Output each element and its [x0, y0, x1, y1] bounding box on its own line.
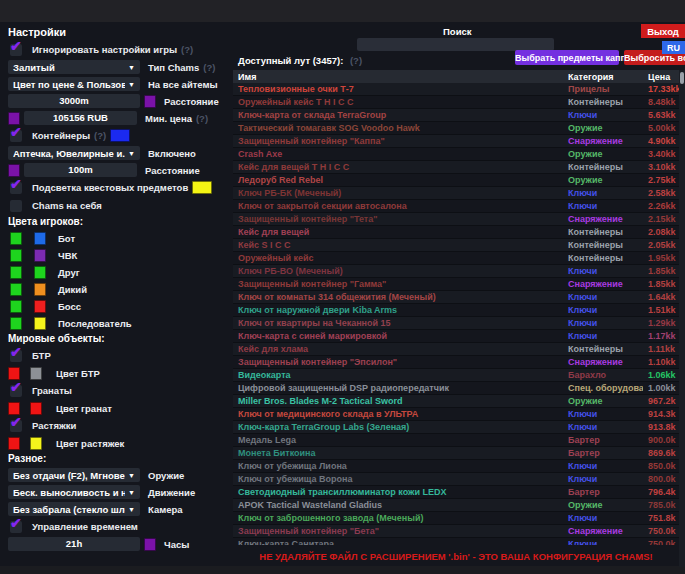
ignore-game-settings-label: Игнорировать настройки игры — [32, 44, 177, 55]
visible-color-swatch[interactable] — [10, 232, 22, 245]
table-row[interactable]: Кейс для вещейКонтейнеры2.08kk — [233, 226, 679, 239]
hours-color-swatch[interactable] — [144, 538, 156, 551]
table-row[interactable]: Кейс для хламаКонтейнеры1.11kk — [233, 343, 679, 356]
table-row[interactable]: Оружейный кейсКонтейнеры1.95kk — [233, 252, 679, 265]
containers-color-swatch[interactable] — [110, 129, 130, 142]
table-row[interactable]: Монета БиткоинаБартер869.6k — [233, 447, 679, 460]
table-row[interactable]: Защищенный контейнер "Каппа"Снаряжение4.… — [233, 135, 679, 148]
player-color-swatch[interactable] — [34, 283, 46, 296]
tripwires-checkbox[interactable] — [10, 420, 22, 432]
table-row[interactable]: Защищенный контейнер "Эпсилон"Снаряжение… — [233, 356, 679, 369]
table-row[interactable]: Ключ от убежища ЛионаКлючи850.0k — [233, 460, 679, 473]
item-price: 900.0k — [643, 435, 679, 445]
scrollbar-thumb[interactable] — [680, 72, 684, 84]
table-row[interactable]: ВидеокартаБарахло1.06kk — [233, 369, 679, 382]
table-row[interactable]: Ледоруб Red RebelОружие2.75kk — [233, 174, 679, 187]
movement-dropdown[interactable]: Беск. выносливость и нет уста ▼ — [8, 485, 140, 499]
table-row[interactable]: Ключ от медицинского склада в УЛЬТРАКлюч… — [233, 408, 679, 421]
config-warning: НЕ УДАЛЯЙТЕ ФАЙЛ С РАСШИРЕНИЕМ '.bin' - … — [233, 551, 679, 562]
item-name: Защищенный контейнер "Тета" — [233, 214, 563, 224]
time-control-checkbox[interactable] — [10, 521, 22, 533]
item-name: Кейс для вещей — [233, 227, 563, 237]
item-price: 2.05kk — [643, 240, 679, 250]
select-kappa-items-button[interactable]: Выбрать предметы каппа — [515, 50, 619, 65]
all-items-dropdown[interactable]: Цвет по цене & Пользователь ▼ — [8, 77, 140, 91]
table-row[interactable]: Ключ-карта от склада TerraGroupКлючи5.63… — [233, 109, 679, 122]
player-color-swatch[interactable] — [34, 232, 46, 245]
player-color-swatch[interactable] — [34, 249, 46, 262]
table-row[interactable]: Кейс S I C CКонтейнеры2.05kk — [233, 239, 679, 252]
player-color-swatch[interactable] — [34, 300, 46, 313]
table-row[interactable]: Светодиодный трансиллюминатор кожи LEDXБ… — [233, 486, 679, 499]
player-colors-title: Цвета игроков: — [8, 216, 234, 231]
item-category: Контейнеры — [563, 227, 643, 237]
camera-dropdown[interactable]: Без забрала (стекло шлема) ▼ — [8, 502, 140, 516]
table-row[interactable]: Кейс для вещей Т Н I С СКонтейнеры3.10kk — [233, 161, 679, 174]
table-row[interactable]: Ключ-карта СанитараКлючи750.0k — [233, 538, 679, 545]
table-row[interactable]: Защищенный контейнер "Бета"Снаряжение750… — [233, 525, 679, 538]
player-color-swatch[interactable] — [34, 317, 46, 330]
min-price-input[interactable]: 105156 RUB — [24, 111, 137, 125]
table-row[interactable]: Ключ РБ-БК (Меченый)Ключи2.58kk — [233, 187, 679, 200]
table-row[interactable]: Ключ-карта TerraGroup Labs (Зеленая)Ключ… — [233, 421, 679, 434]
table-row[interactable]: Оружейный кейс Т Н I С СКонтейнеры8.48kk — [233, 96, 679, 109]
btr-color-label: Цвет БТР — [56, 368, 100, 379]
distance-color-swatch[interactable] — [144, 95, 156, 108]
quest-highlight-color-swatch[interactable] — [192, 181, 212, 194]
table-row[interactable]: Ключ от убежища ВоронаКлючи800.0k — [233, 473, 679, 486]
tripwires-color-swatch[interactable] — [30, 437, 42, 450]
table-row[interactable]: Защищенный контейнер "Гамма"Снаряжение1.… — [233, 278, 679, 291]
tripwires-visible-color-swatch[interactable] — [8, 437, 20, 450]
visible-color-swatch[interactable] — [10, 300, 22, 313]
table-row[interactable]: APOK Tactical Wasteland GladiusОружие785… — [233, 499, 679, 512]
grenades-checkbox[interactable] — [10, 385, 22, 397]
ignore-game-settings-checkbox[interactable] — [10, 44, 22, 56]
item-price: 2.08kk — [643, 227, 679, 237]
visible-color-swatch[interactable] — [10, 266, 22, 279]
containers-filter-dropdown[interactable]: Аптечка, Ювелирные и... ▼ — [8, 146, 140, 160]
btr-checkbox[interactable] — [10, 350, 22, 362]
item-price: 1.95kk — [643, 253, 679, 263]
table-row[interactable]: Crash AxeОружие3.40kk — [233, 148, 679, 161]
item-price: 967.2k — [643, 396, 679, 406]
search-label: Поиск — [443, 26, 472, 37]
chams-self-checkbox[interactable] — [10, 200, 22, 212]
item-category: Ключи — [563, 513, 643, 523]
weapon-dropdown[interactable]: Без отдачи (F2), Мгновенное п ▼ — [8, 468, 140, 482]
hours-input[interactable]: 21h — [8, 537, 140, 551]
table-row[interactable]: Тепловизионные очки Т-7Прицелы17.33kk — [233, 83, 679, 96]
table-row[interactable]: Ключ от наружной двери Kiba ArmsКлючи1.5… — [233, 304, 679, 317]
visible-color-swatch[interactable] — [10, 249, 22, 262]
table-row[interactable]: Ключ РБ-ВО (Меченый)Ключи1.85kk — [233, 265, 679, 278]
btr-color-swatch[interactable] — [30, 367, 42, 380]
chams-type-dropdown[interactable]: Залитый ▼ — [8, 60, 140, 74]
language-button[interactable]: RU — [662, 41, 685, 54]
table-row[interactable]: Miller Bros. Blades M-2 Tactical SwordОр… — [233, 395, 679, 408]
player-color-swatch[interactable] — [34, 266, 46, 279]
distance-input[interactable]: 3000m — [8, 94, 140, 108]
table-row[interactable]: Тактический томагавк SOG Voodoo HawkОруж… — [233, 122, 679, 135]
item-category: Спец. оборудование — [563, 383, 643, 393]
item-name: Ключ РБ-ВО (Меченый) — [233, 266, 563, 276]
table-row[interactable]: Ключ-карта с синей маркировкойКлючи1.17k… — [233, 330, 679, 343]
table-row[interactable]: Ключ от заброшенного завода (Меченый)Клю… — [233, 512, 679, 525]
table-row[interactable]: Ключ от закрытой секции автосалонаКлючи2… — [233, 200, 679, 213]
visible-color-swatch[interactable] — [10, 317, 22, 330]
quest-highlight-checkbox[interactable] — [10, 182, 22, 194]
table-row[interactable]: Защищенный контейнер "Тета"Снаряжение2.1… — [233, 213, 679, 226]
item-price: 1.85kk — [643, 279, 679, 289]
containers-checkbox[interactable] — [10, 130, 22, 142]
column-name[interactable]: Имя — [233, 72, 563, 82]
exit-button[interactable]: Выход — [641, 24, 685, 38]
containers-distance-input[interactable]: 100m — [24, 163, 137, 177]
table-row[interactable]: Ключ от квартиры на Чеканной 15Ключи1.29… — [233, 317, 679, 330]
table-row[interactable]: Медаль LegaБартер900.0k — [233, 434, 679, 447]
grenades-color-swatch[interactable] — [30, 402, 42, 415]
table-scrollbar[interactable] — [679, 70, 685, 567]
visible-color-swatch[interactable] — [10, 283, 22, 296]
table-row[interactable]: Цифровой защищенный DSP радиопередатчикС… — [233, 382, 679, 395]
item-category: Барахло — [563, 370, 643, 380]
column-price[interactable]: Цена — [643, 72, 679, 82]
table-row[interactable]: Ключ от комнаты 314 общежития (Меченый)К… — [233, 291, 679, 304]
column-category[interactable]: Категория — [563, 72, 643, 82]
